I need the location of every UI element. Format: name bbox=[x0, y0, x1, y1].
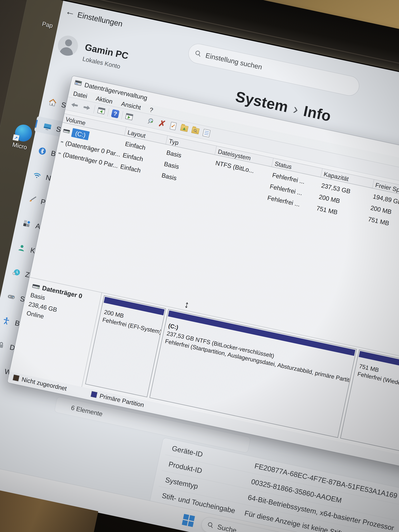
monitor-icon bbox=[43, 122, 52, 132]
edge-icon: ↗ bbox=[13, 123, 33, 143]
home-icon bbox=[48, 97, 58, 108]
explore-folder-icon[interactable] bbox=[191, 127, 200, 134]
avatar-head bbox=[64, 39, 73, 47]
mark-partition-icon[interactable]: ✓ bbox=[170, 122, 177, 130]
pane-arrow bbox=[128, 116, 131, 119]
update-icon bbox=[0, 364, 1, 374]
avatar[interactable] bbox=[56, 34, 80, 57]
toolbar-gap bbox=[136, 118, 144, 120]
disk-icon bbox=[32, 283, 40, 290]
forward-icon[interactable] bbox=[82, 104, 92, 112]
clock-icon bbox=[12, 267, 21, 277]
back-arrow-icon[interactable]: ← bbox=[64, 5, 76, 18]
gamepad-icon bbox=[6, 291, 16, 302]
tree-arrow bbox=[100, 110, 103, 113]
brush-icon bbox=[27, 195, 37, 204]
search-icon bbox=[206, 521, 215, 529]
toolbar-separator bbox=[121, 111, 123, 119]
wifi-icon bbox=[32, 170, 42, 180]
volume-name: (C:) bbox=[71, 128, 90, 140]
folder-magnifier-icon bbox=[193, 128, 198, 133]
desktop-icon-label: Pap bbox=[41, 20, 53, 29]
volume-icon bbox=[58, 151, 61, 156]
search-icon bbox=[194, 49, 203, 58]
info-label: Geräte-ID bbox=[171, 444, 204, 458]
help-icon[interactable]: ? bbox=[111, 109, 120, 118]
legend-primary-swatch bbox=[91, 391, 97, 398]
volume-icon bbox=[60, 139, 64, 145]
back-icon[interactable] bbox=[70, 101, 80, 109]
volume-icon bbox=[63, 128, 70, 134]
console-tree-icon[interactable] bbox=[97, 107, 105, 114]
status-text: 6 Elemente bbox=[70, 404, 103, 418]
legend-unallocated-swatch bbox=[13, 374, 19, 381]
page-title: Info bbox=[302, 103, 333, 125]
toolbar-separator bbox=[93, 105, 95, 114]
info-label: Systemtyp bbox=[165, 475, 199, 490]
apps-grid-icon bbox=[22, 219, 32, 229]
toolbar-separator bbox=[107, 108, 109, 116]
delete-volume-icon[interactable]: ✗ bbox=[157, 119, 167, 128]
desktop-icon-recycle-bin[interactable]: Pap bbox=[41, 20, 53, 29]
lock-icon bbox=[0, 340, 6, 350]
accessibility-icon bbox=[1, 316, 11, 326]
search-placeholder: Einstellung suchen bbox=[205, 51, 263, 71]
taskbar-search-label: Suche bbox=[217, 523, 237, 532]
bluetooth-icon bbox=[37, 146, 47, 156]
disk-management-icon bbox=[74, 79, 82, 87]
windows-start-icon[interactable] bbox=[182, 514, 195, 527]
person-icon bbox=[17, 243, 27, 253]
pointer-help-icon[interactable] bbox=[146, 117, 156, 126]
console-pane-icon[interactable] bbox=[125, 113, 133, 120]
shortcut-arrow-icon: ↗ bbox=[13, 134, 19, 141]
breadcrumb-section[interactable]: System bbox=[234, 88, 290, 115]
menu-help[interactable]: ? bbox=[149, 105, 154, 114]
open-folder-icon[interactable]: ▲ bbox=[180, 125, 189, 132]
settings-title: Einstellungen bbox=[77, 10, 124, 28]
avatar-body bbox=[59, 46, 74, 57]
photo-frame: Pap ↗ Micro ← Einstellungen Gamin PC Lok… bbox=[0, 0, 399, 532]
breadcrumb-separator-icon: › bbox=[292, 100, 300, 118]
properties-list-icon[interactable] bbox=[203, 129, 211, 138]
laptop-screen: Pap ↗ Micro ← Einstellungen Gamin PC Lok… bbox=[0, 0, 399, 532]
